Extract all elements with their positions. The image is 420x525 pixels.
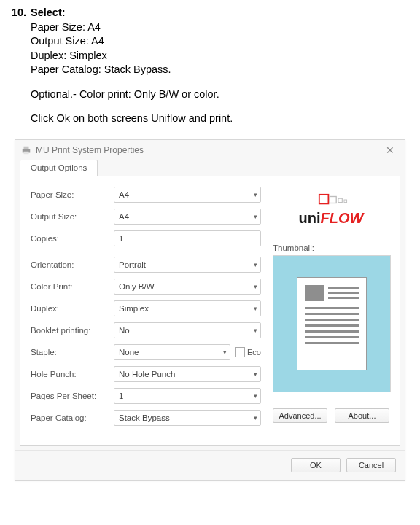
paper-size-value: A4 — [119, 190, 129, 199]
eco-label: Eco — [247, 348, 261, 357]
dialog-footer: OK Cancel — [15, 450, 405, 480]
paper-size-label: Paper Size: — [31, 190, 114, 199]
chevron-down-icon: ▾ — [249, 305, 257, 312]
chevron-down-icon: ▾ — [249, 261, 257, 268]
svg-rect-5 — [338, 198, 342, 202]
output-size-select[interactable]: A4 ▾ — [114, 209, 261, 225]
paper-catalog-label: Paper Catalog: — [31, 413, 114, 422]
chevron-down-icon: ▾ — [249, 213, 257, 220]
uniflow-logo: uniFLOW — [273, 187, 389, 233]
chevron-down-icon: ▾ — [249, 370, 257, 378]
advanced-button[interactable]: Advanced... — [273, 408, 327, 423]
duplex-select[interactable]: Simplex ▾ — [114, 300, 261, 316]
copies-label: Copies: — [31, 234, 114, 243]
color-print-select[interactable]: Only B/W ▾ — [114, 279, 261, 295]
instr-line: Duplex: Simplex — [31, 49, 413, 63]
instructions-block: 10. Select: Paper Size: A4 Output Size: … — [0, 0, 420, 139]
output-size-value: A4 — [119, 212, 129, 221]
eco-checkbox[interactable] — [235, 347, 245, 357]
output-size-label: Output Size: — [31, 212, 114, 221]
thumbnail-label: Thumbnail: — [273, 244, 389, 252]
chevron-down-icon: ▾ — [249, 191, 257, 198]
paper-catalog-select[interactable]: Stack Bypass ▾ — [114, 410, 261, 426]
instr-line: Paper Size: A4 — [31, 20, 413, 35]
pages-per-sheet-label: Pages Per Sheet: — [31, 392, 114, 400]
options-column: Paper Size: A4 ▾ Output Size: A4 ▾ — [31, 187, 261, 432]
paper-catalog-value: Stack Bypass — [119, 413, 170, 422]
svg-rect-4 — [330, 196, 336, 203]
svg-rect-1 — [24, 147, 29, 149]
chevron-down-icon: ▾ — [219, 349, 227, 356]
copies-value: 1 — [119, 234, 123, 243]
logo-text-uni: uni — [299, 210, 321, 226]
svg-rect-2 — [24, 152, 29, 155]
instr-closing: Click Ok on both screens Uniflow and pri… — [31, 112, 413, 126]
logo-boxes-icon — [281, 193, 381, 209]
copies-input[interactable]: 1 — [114, 230, 261, 246]
pages-per-sheet-value: 1 — [119, 392, 123, 400]
orientation-label: Orientation: — [31, 260, 114, 269]
step-number: 10. — [7, 6, 31, 126]
instr-heading: Select: — [31, 7, 66, 18]
instr-line: Output Size: A4 — [31, 34, 413, 49]
orientation-select[interactable]: Portrait ▾ — [114, 257, 261, 273]
booklet-label: Booklet printing: — [31, 326, 114, 335]
staple-value: None — [119, 348, 139, 357]
print-properties-dialog: MU Print System Properties ✕ Output Opti… — [15, 139, 405, 481]
printer-icon — [21, 145, 31, 155]
color-print-label: Color Print: — [31, 282, 114, 291]
cancel-button[interactable]: Cancel — [346, 458, 396, 472]
titlebar: MU Print System Properties ✕ — [15, 140, 405, 159]
close-button[interactable]: ✕ — [381, 144, 399, 156]
svg-rect-3 — [319, 195, 329, 204]
paper-size-select[interactable]: A4 ▾ — [114, 187, 261, 203]
staple-select[interactable]: None ▾ — [114, 344, 230, 360]
pages-per-sheet-select[interactable]: 1 ▾ — [114, 388, 261, 404]
instr-line: Paper Catalog: Stack Bypass. — [31, 63, 413, 77]
ok-button[interactable]: OK — [291, 458, 341, 472]
dialog-title: MU Print System Properties — [36, 145, 381, 155]
booklet-select[interactable]: No ▾ — [114, 322, 261, 338]
staple-label: Staple: — [31, 348, 114, 357]
hole-punch-value: No Hole Punch — [119, 370, 175, 378]
chevron-down-icon: ▾ — [249, 414, 257, 421]
instr-optional: Optional.- Color print: Only B/W or colo… — [31, 88, 413, 102]
hole-punch-label: Hole Punch: — [31, 370, 114, 378]
thumbnail-page-icon — [297, 277, 367, 370]
about-button[interactable]: About... — [335, 408, 389, 423]
hole-punch-select[interactable]: No Hole Punch ▾ — [114, 366, 261, 382]
orientation-value: Portrait — [119, 260, 146, 269]
chevron-down-icon: ▾ — [249, 283, 257, 290]
thumbnail-preview — [273, 255, 391, 392]
color-print-value: Only B/W — [119, 282, 155, 291]
logo-text-flow: FLOW — [321, 210, 364, 226]
tab-strip: Output Options — [15, 159, 405, 176]
svg-rect-6 — [344, 200, 347, 203]
tab-output-options[interactable]: Output Options — [20, 160, 98, 176]
booklet-value: No — [119, 326, 130, 335]
close-icon: ✕ — [386, 144, 394, 156]
output-options-panel: Paper Size: A4 ▾ Output Size: A4 ▾ — [20, 176, 400, 446]
chevron-down-icon: ▾ — [249, 392, 257, 400]
duplex-value: Simplex — [119, 304, 149, 313]
side-column: uniFLOW Thumbnail: — [273, 187, 389, 432]
chevron-down-icon: ▾ — [249, 327, 257, 334]
duplex-label: Duplex: — [31, 304, 114, 313]
